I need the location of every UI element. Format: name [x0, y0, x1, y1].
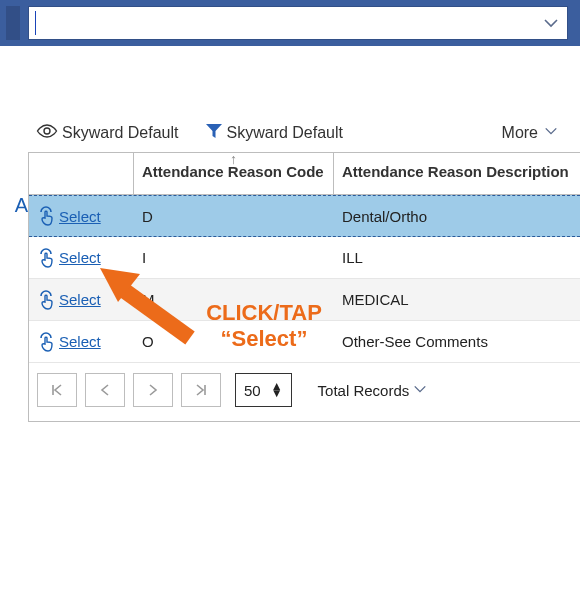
page-size-value: 50	[244, 382, 261, 399]
text-cursor	[35, 11, 36, 35]
filter-bar: Skyward Default Skyward Default More	[0, 114, 580, 152]
attendance-reason-table: ↑ Attendance Reason Code Attendance Reas…	[28, 152, 580, 422]
more-menu[interactable]: More	[502, 124, 558, 142]
tap-icon	[37, 290, 55, 310]
first-page-button[interactable]	[37, 373, 77, 407]
code-cell: M	[134, 281, 334, 318]
view-selector[interactable]: Skyward Default	[36, 123, 179, 143]
chevron-down-icon[interactable]	[543, 15, 559, 35]
select-link[interactable]: Select	[59, 249, 101, 266]
code-cell: O	[134, 323, 334, 360]
svg-point-0	[44, 128, 50, 134]
select-cell[interactable]: Select	[29, 280, 134, 320]
table-row: SelectIILL	[29, 237, 580, 279]
total-records-label: Total Records	[318, 382, 410, 399]
eye-icon	[36, 123, 58, 143]
total-records-toggle[interactable]: Total Records	[318, 382, 428, 399]
select-link[interactable]: Select	[59, 333, 101, 350]
view-label: Skyward Default	[62, 124, 179, 142]
table-row: SelectMMEDICAL	[29, 279, 580, 321]
col-header-select	[29, 153, 134, 194]
sort-asc-icon: ↑	[230, 151, 237, 167]
desc-cell: Dental/Ortho	[334, 198, 580, 235]
last-page-button[interactable]	[181, 373, 221, 407]
prev-page-button[interactable]	[85, 373, 125, 407]
search-input[interactable]	[29, 7, 537, 39]
select-cell[interactable]: Select	[29, 322, 134, 362]
table-header-row: ↑ Attendance Reason Code Attendance Reas…	[29, 153, 580, 195]
chevron-down-icon	[413, 382, 427, 399]
next-page-button[interactable]	[133, 373, 173, 407]
tap-icon	[37, 332, 55, 352]
col-header-desc[interactable]: Attendance Reason Description	[334, 153, 580, 194]
topbar-left-stub	[6, 6, 20, 40]
filter-selector[interactable]: Skyward Default	[205, 122, 344, 144]
tap-icon	[37, 206, 55, 226]
col-header-desc-label: Attendance Reason Description	[342, 163, 569, 180]
filter-label: Skyward Default	[227, 124, 344, 142]
desc-cell: ILL	[334, 239, 580, 276]
col-header-code[interactable]: ↑ Attendance Reason Code	[134, 153, 334, 194]
tap-icon	[37, 248, 55, 268]
table-row: SelectDDental/Ortho	[29, 195, 580, 237]
select-cell[interactable]: Select	[29, 238, 134, 278]
funnel-icon	[205, 122, 223, 144]
pager: 50 ▲▼ Total Records	[29, 363, 580, 421]
more-label: More	[502, 124, 538, 142]
code-cell: D	[134, 198, 334, 235]
desc-cell: MEDICAL	[334, 281, 580, 318]
search-combo[interactable]	[28, 6, 568, 40]
side-letter-a: A	[0, 194, 28, 217]
chevron-down-icon	[544, 124, 558, 142]
top-bar	[0, 0, 580, 46]
code-cell: I	[134, 239, 334, 276]
page-size-stepper[interactable]: 50 ▲▼	[235, 373, 292, 407]
spinner-icon[interactable]: ▲▼	[271, 383, 283, 397]
table-row: SelectOOther-See Comments	[29, 321, 580, 363]
desc-cell: Other-See Comments	[334, 323, 580, 360]
select-link[interactable]: Select	[59, 208, 101, 225]
select-link[interactable]: Select	[59, 291, 101, 308]
select-cell[interactable]: Select	[29, 196, 134, 236]
